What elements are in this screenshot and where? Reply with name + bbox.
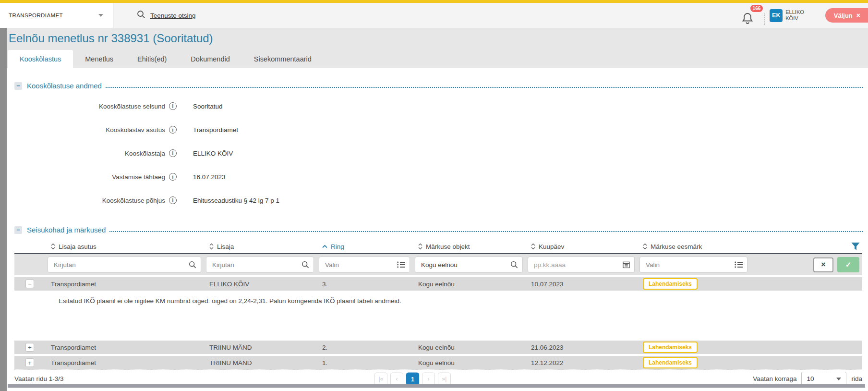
cell-lisaja-asutus: Transpordiamet [45,359,204,367]
search-icon [510,261,518,269]
expand-row-button[interactable]: + [25,343,34,352]
filter-ring-select[interactable] [319,257,410,273]
pagination: |« ‹ 1 › »| [374,372,451,385]
next-page-button[interactable]: › [422,372,435,385]
chevron-down-icon [836,378,841,380]
cell-lisaja: TRIINU MÄND [204,344,316,351]
logout-button[interactable]: Väljun × [825,8,868,23]
filter-lisaja-asutus [45,257,204,273]
field-row: Kooskõlastuse seisund i Sooritatud [7,102,868,126]
cell-lisaja: ELLIKO KÕIV [204,281,316,288]
filter-markuse-objekt-input[interactable] [415,257,523,273]
cell-markuse-objekt: Kogu eelnõu [412,281,525,288]
filter-toggle-button[interactable] [750,242,862,251]
services-search-link[interactable]: Teenuste otsing [137,10,196,21]
tab-bar: Kooskõlastus Menetlus Ehitis(ed) Dokumen… [8,50,324,68]
status-badge: Lahendamiseks [643,357,698,368]
filter-apply-button[interactable]: ✓ [837,257,859,272]
chevron-down-icon [98,14,103,17]
tab-kooskolastus[interactable]: Kooskõlastus [8,50,73,68]
search-icon [137,10,145,21]
user-avatar[interactable]: EK [770,9,783,22]
horizontal-scrollbar[interactable] [8,384,865,388]
collapse-icon[interactable]: − [14,82,22,90]
info-icon[interactable]: i [169,102,177,110]
prev-page-button[interactable]: ‹ [390,372,403,385]
column-header-ring[interactable]: Ring [316,243,412,250]
column-header-kuupaev[interactable]: Kuupäev [525,243,637,250]
tab-dokumendid[interactable]: Dokumendid [179,50,241,68]
cell-kuupaev: 21.06.2023 [525,344,637,351]
field-row: Kooskõlastav asutus i Transpordiamet [7,126,868,149]
dotted-leader [106,87,863,88]
field-value: ELLIKO KÕIV [193,149,233,157]
tab-menetlus[interactable]: Menetlus [73,50,125,68]
sort-asc-icon [322,244,327,249]
organization-dropdown[interactable]: TRANSPORDIAMET [0,3,113,28]
sort-both-icon [209,243,214,250]
approval-fields: Kooskõlastuse seisund i Sooritatud Koosk… [7,102,868,220]
tab-ehitised[interactable]: Ehitis(ed) [125,50,179,68]
app-window: TRANSPORDIAMET Teenuste otsing 166 EK EL… [0,0,868,391]
notifications-button[interactable]: 166 [741,7,756,26]
field-label: Vastamise tähtaeg [7,173,165,181]
filter-markuse-eesmark [637,257,750,273]
calendar-icon [623,261,630,269]
organization-label: TRANSPORDIAMET [9,12,63,18]
column-header-lisaja[interactable]: Lisaja [204,243,316,250]
tab-content: − Kooskõlastuse andmed Kooskõlastuse sei… [7,68,868,391]
notification-count-badge: 166 [750,5,763,12]
cell-lisaja-asutus: Transpordiamet [45,281,204,288]
column-header-lisaja-asutus[interactable]: Lisaja asutus [45,243,204,250]
section-title: Seisukohad ja märkused [27,226,106,234]
remarks-filter-row: × ✓ [14,254,862,275]
field-value: Ehitusseadustiku § 42 lg 7 p 1 [193,196,279,204]
filter-actions: × ✓ [750,257,862,272]
per-page-select[interactable]: 10 [801,372,846,386]
last-page-button[interactable]: »| [438,372,451,385]
row-detail-text: Esitatud IKÕ plaanil ei ole riigitee KM … [14,291,862,339]
current-page-button[interactable]: 1 [406,372,419,385]
table-row[interactable]: − Transpordiamet ELLIKO KÕIV 3. Kogu eel… [14,277,862,291]
sort-both-icon [643,243,647,250]
field-row: Kooskõlastaja i ELLIKO KÕIV [7,149,868,173]
title-zone: Eelnõu menetlus nr 338931 (Sooritatud) K… [7,28,868,68]
cell-ring: 1. [316,359,412,367]
cell-markuse-objekt: Kogu eelnõu [412,344,525,351]
section-remarks-header: − Seisukohad ja märkused [14,226,863,234]
close-icon: × [856,12,860,19]
app-header: TRANSPORDIAMET Teenuste otsing 166 EK EL… [0,3,868,28]
dotted-leader [109,231,863,232]
expand-row-button[interactable]: + [25,358,34,367]
info-icon[interactable]: i [169,173,177,181]
section-title: Kooskõlastuse andmed [27,82,102,90]
filter-lisaja-asutus-input[interactable] [48,257,201,273]
cell-kuupaev: 10.07.2023 [525,281,637,288]
info-icon[interactable]: i [169,126,177,134]
filter-kuupaev-input[interactable] [528,257,635,273]
field-label: Kooskõlastav asutus [7,126,165,134]
first-page-button[interactable]: |« [374,372,387,385]
column-header-markuse-eesmark[interactable]: Märkuse eesmärk [637,243,750,250]
table-row[interactable]: + Transpordiamet TRIINU MÄND 1. Kogu eel… [14,356,862,369]
column-header-markuse-objekt[interactable]: Märkuse objekt [412,243,525,250]
filter-lisaja-input[interactable] [206,257,314,273]
cell-lisaja-asutus: Transpordiamet [45,344,204,351]
collapse-icon[interactable]: − [14,226,22,234]
left-panel-strip [0,28,7,391]
list-icon [735,261,743,268]
filter-markuse-eesmark-select[interactable] [639,257,747,273]
cell-markuse-objekt: Kogu eelnõu [412,359,525,367]
collapse-row-button[interactable]: − [25,280,34,288]
filter-clear-button[interactable]: × [813,257,833,272]
field-value: Sooritatud [193,102,223,110]
info-icon[interactable]: i [169,149,177,157]
sort-both-icon [418,243,422,250]
page-title: Eelnõu menetlus nr 338931 (Sooritatud) [9,32,213,45]
filter-markuse-objekt [412,257,525,273]
table-row[interactable]: + Transpordiamet TRIINU MÄND 2. Kogu eel… [14,341,862,354]
filter-lisaja [204,257,316,273]
info-icon[interactable]: i [169,196,177,204]
cell-ring: 3. [316,281,412,288]
tab-sisekommentaarid[interactable]: Sisekommentaarid [242,50,324,68]
